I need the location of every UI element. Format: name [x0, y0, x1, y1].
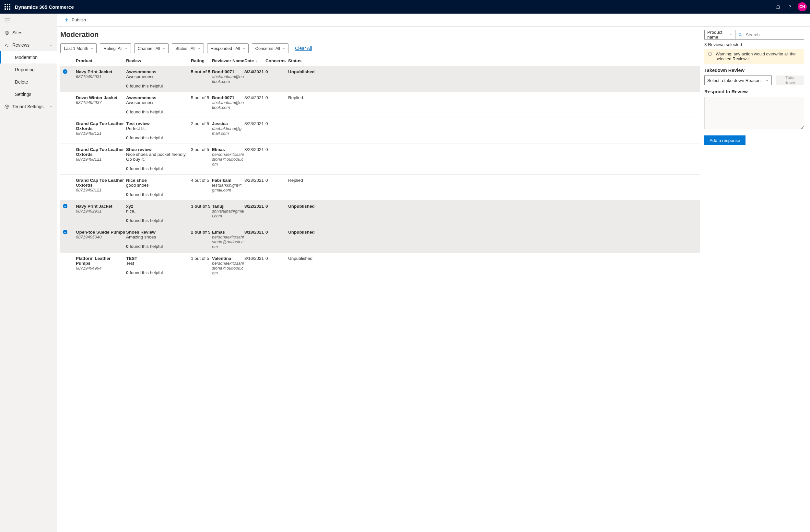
table-row[interactable]: Grand Cap Toe Leather Oxfords 6871949812… [60, 144, 700, 174]
review-helpful: 0 found this helpful [126, 135, 191, 140]
review-status: Unpublished [288, 69, 312, 74]
search-box[interactable] [735, 30, 804, 39]
review-rating: 3 out of 5 [191, 147, 212, 152]
table-row[interactable]: Platform Leather Pumps 68719494994 TEST … [60, 252, 700, 279]
nav-reporting[interactable]: Reporting [0, 64, 57, 76]
reviewer-email: personaexitosahistoria@outlook.com [212, 235, 244, 249]
filter-rating-label: Rating: All [103, 46, 123, 51]
review-status: Replied [288, 95, 312, 100]
warning-banner: Warning: any action would overwrite all … [704, 49, 804, 64]
review-title: xyz [126, 204, 191, 209]
review-concerns: 0 [265, 147, 288, 152]
review-helpful: 0 found this helpful [126, 270, 191, 275]
review-helpful: 0 found this helpful [126, 244, 191, 249]
app-launcher-icon[interactable] [4, 4, 10, 10]
svg-point-0 [790, 8, 790, 8]
filter-concerns[interactable]: Concerns: All [252, 44, 289, 53]
col-rating[interactable]: Rating [191, 58, 212, 63]
takedown-button[interactable]: Take down [776, 76, 804, 85]
product-sku: 68719492937 [76, 100, 126, 105]
hamburger-icon[interactable] [0, 14, 57, 27]
review-title: Test review [126, 121, 191, 126]
product-sku: 68719498121 [76, 187, 126, 193]
notifications-icon[interactable] [773, 1, 784, 13]
review-title: Nice shoe [126, 178, 191, 183]
product-name: Navy Print Jacket [76, 69, 126, 74]
col-date[interactable]: Date ↓ [244, 58, 265, 63]
selected-count: 3 Reviews selected [704, 42, 804, 47]
filters: Last 1 Month Rating: All Channel: All St… [60, 44, 700, 53]
filter-concerns-label: Concerns: All [255, 46, 280, 51]
chevron-up-icon [49, 44, 53, 47]
add-response-button[interactable]: Add a response [704, 135, 745, 145]
row-selected-icon[interactable] [63, 230, 67, 234]
review-date: 8/22/2021 [244, 204, 265, 209]
product-name: Down Winter Jacket [76, 95, 126, 100]
reviewer-email: testdarkknight@gmail.com [212, 183, 244, 193]
review-date: 8/16/2021 [244, 256, 265, 261]
review-body: Awesomeness [126, 74, 191, 79]
review-status: Unpublished [288, 230, 312, 235]
filter-channel[interactable]: Channel: All [134, 44, 168, 53]
col-reviewer[interactable]: Reviewer Name [212, 58, 244, 63]
nav-tenant-label: Tenant Settings [12, 104, 44, 109]
col-review[interactable]: Review [126, 58, 191, 63]
review-helpful: 0 found this helpful [126, 84, 191, 88]
table-row[interactable]: Grand Cap Toe Leather Oxfords 6871949812… [60, 118, 700, 144]
publish-button[interactable]: Publish [64, 17, 86, 22]
row-selected-icon[interactable] [63, 69, 67, 74]
review-date: 8/24/2021 [244, 69, 265, 74]
takedown-heading: Takedown Review [704, 68, 804, 73]
filter-responded[interactable]: Responded : All [207, 44, 248, 53]
avatar[interactable]: CH [798, 2, 807, 11]
search-scope-dropdown[interactable]: Product name [704, 30, 735, 39]
takedown-reason-label: Select a take down Reason [707, 78, 760, 83]
nav-tenant-settings[interactable]: Tenant Settings [0, 100, 57, 113]
nav-settings-label: Settings [15, 92, 31, 97]
table-row[interactable]: Navy Print Jacket 68719492931 Awesomenes… [60, 66, 700, 92]
clear-all-link[interactable]: Clear All [295, 46, 312, 51]
nav-delete[interactable]: Delete [0, 76, 57, 88]
filter-rating[interactable]: Rating: All [100, 44, 131, 53]
row-selected-icon[interactable] [63, 204, 67, 208]
review-date: 8/23/2021 [244, 147, 265, 152]
reviewer-name: Fabrikam [212, 178, 244, 183]
table-header: Product Review Rating Reviewer Name Date… [60, 56, 700, 66]
nav-sites[interactable]: Sites [0, 27, 57, 39]
nav-delete-label: Delete [15, 79, 28, 85]
filter-period[interactable]: Last 1 Month [60, 44, 97, 53]
help-icon[interactable] [784, 1, 796, 13]
review-date: 8/23/2021 [244, 178, 265, 183]
table-row[interactable]: Grand Cap Toe Leather Oxfords 6871949812… [60, 174, 700, 200]
reviewer-name: Tanuji [212, 204, 244, 209]
review-title: TEST [126, 256, 191, 261]
product-sku: 68719498121 [76, 157, 126, 162]
search-scope-label: Product name [707, 30, 728, 39]
filter-period-label: Last 1 Month [64, 46, 88, 51]
col-concerns[interactable]: Concerns [265, 58, 288, 63]
review-body: Test [126, 261, 191, 266]
topbar: Dynamics 365 Commerce CH [0, 0, 810, 14]
search-input[interactable] [745, 32, 801, 37]
nav-reviews[interactable]: Reviews [0, 39, 57, 51]
reviewer-email: abcfabrikam@outlook.com [212, 74, 244, 84]
takedown-reason-dropdown[interactable]: Select a take down Reason [704, 76, 772, 85]
reviewer-email: personaexitosahistoria@outlook.com [212, 261, 244, 276]
review-concerns: 0 [265, 178, 288, 183]
product-name: Grand Cap Toe Leather Oxfords [76, 178, 126, 187]
col-status[interactable]: Status [288, 58, 312, 63]
response-textarea[interactable] [704, 97, 804, 129]
reviewer-email: daebakfiona@gmail.com [212, 126, 244, 136]
reviewer-name: Valentina [212, 256, 244, 261]
filter-status[interactable]: Status : All [172, 44, 204, 53]
table-row[interactable]: Navy Print Jacket 68719492931 xyz nice..… [60, 200, 700, 226]
warning-text: Warning: any action would overwrite all … [716, 51, 801, 61]
table-row[interactable]: Open-toe Suede Pumps 68719495040 Shoes R… [60, 226, 700, 252]
left-nav: Sites Reviews Moderation Reporting Delet… [0, 14, 57, 532]
reviewer-email: personaexitosahistoria@outlook.com [212, 152, 244, 167]
col-product[interactable]: Product [76, 58, 126, 63]
table-row[interactable]: Down Winter Jacket 68719492937 Awesomene… [60, 92, 700, 118]
nav-settings[interactable]: Settings [0, 88, 57, 100]
review-body: Amazing shoes [126, 235, 191, 239]
nav-moderation[interactable]: Moderation [0, 51, 57, 64]
